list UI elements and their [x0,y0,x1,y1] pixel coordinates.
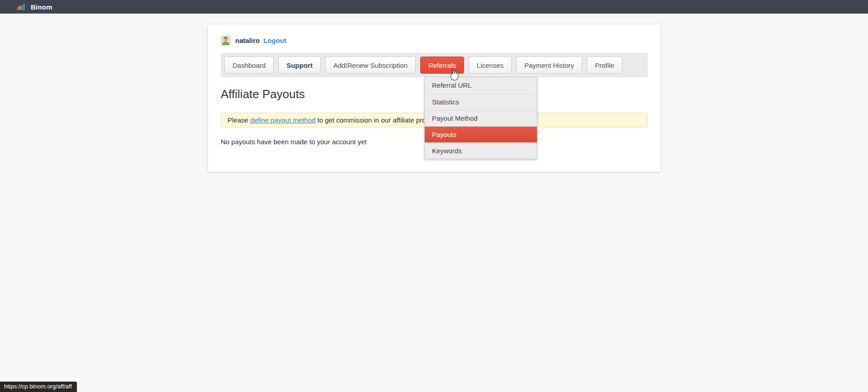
nav-button[interactable]: Payment History [516,57,582,74]
nav-button[interactable]: Support [278,57,321,74]
referrals-dropdown-menu: Referral URLStatisticsPayout MethodPayou… [424,77,537,159]
nav-button[interactable]: Referrals [420,57,464,74]
main-card: nataliro Logout DashboardSupportAdd/Rene… [208,24,660,172]
nav-bar: DashboardSupportAdd/Renew SubscriptionRe… [221,53,648,77]
top-bar: Binom [0,0,868,14]
define-payout-method-link[interactable]: define payout method [250,116,315,124]
dropdown-menu-item[interactable]: Payout Method [425,110,537,126]
user-row: nataliro Logout [221,35,648,45]
dropdown-menu-item[interactable]: Referral URL [425,77,537,94]
logout-link[interactable]: Logout [263,37,286,44]
status-bar-url: https://cp.binom.org/aff/aff [0,382,77,392]
binom-logo-barchart-icon [16,4,25,10]
dropdown-menu-item[interactable]: Payouts [425,126,537,142]
nav-button[interactable]: Add/Renew Subscription [325,57,416,74]
nav-button[interactable]: Profile [587,57,622,74]
dropdown-menu-item[interactable]: Keywords [425,142,537,159]
nav-button[interactable]: Licenses [469,57,512,74]
username: nataliro [235,37,260,44]
user-avatar [221,35,231,45]
notice-text-prefix: Please [228,116,250,124]
dropdown-menu-item[interactable]: Statistics [425,94,537,110]
nav-button[interactable]: Dashboard [224,57,274,74]
notice-text-suffix: to get commission in our affiliate progr… [315,116,441,124]
brand-title: Binom [31,3,52,11]
